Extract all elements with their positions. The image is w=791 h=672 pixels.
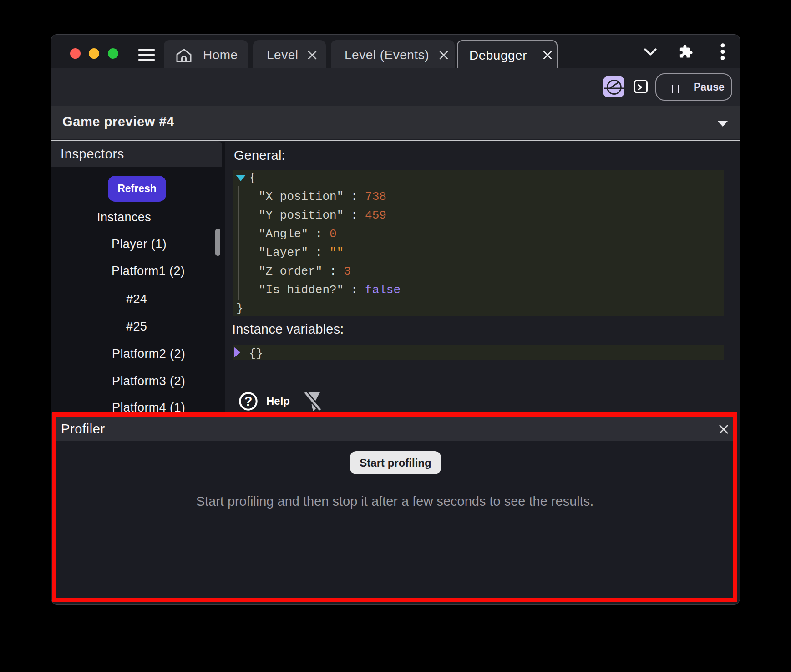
svg-text:?: ? bbox=[244, 394, 253, 408]
